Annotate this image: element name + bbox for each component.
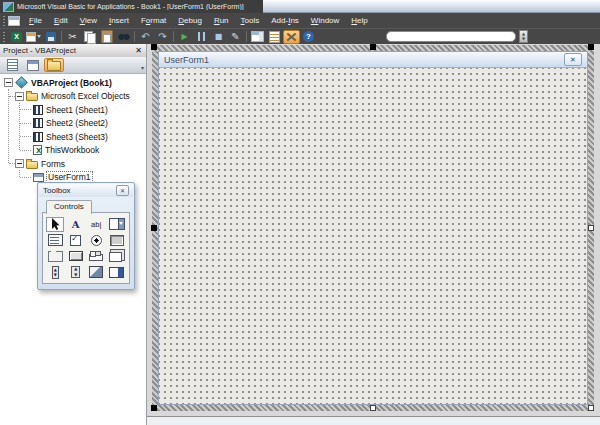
break-icon [194, 30, 209, 43]
menu-item-view[interactable]: View [74, 14, 103, 27]
view-excel-button[interactable] [8, 30, 25, 44]
userform-design-surface[interactable] [159, 68, 587, 404]
tree-item-microsoft-excel-objects[interactable]: Microsoft Excel Objects [0, 90, 145, 103]
workbook-icon [33, 145, 42, 155]
reset-icon [211, 30, 226, 43]
insert-userform-icon [26, 30, 41, 43]
listbox-tool-button[interactable] [46, 233, 64, 248]
resize-handle-top-left[interactable] [151, 44, 157, 50]
spinbutton-tool-icon: ▲▼ [71, 266, 80, 278]
menu-item-edit[interactable]: Edit [48, 14, 74, 27]
run-button[interactable] [176, 30, 193, 44]
multipage-tool-button[interactable] [108, 249, 126, 264]
resize-handle-top-right[interactable] [588, 44, 594, 50]
toolbar-combo[interactable] [386, 31, 516, 42]
userform-close-button[interactable] [564, 53, 582, 66]
view-object-button[interactable] [23, 58, 43, 72]
toggle-folders-button[interactable] [44, 58, 64, 72]
panel-options-icon[interactable] [141, 56, 144, 74]
undo-icon [138, 30, 153, 43]
combobox-tool-button[interactable] [108, 217, 126, 232]
menu-item-help[interactable]: Help [345, 14, 373, 27]
tree-expander-minus[interactable] [4, 78, 13, 87]
cut-button[interactable] [64, 30, 81, 44]
menu-item-insert[interactable]: Insert [103, 14, 135, 27]
tree-item-sheet3-sheet3[interactable]: Sheet3 (Sheet3) [0, 130, 145, 143]
refedit-tool-icon [109, 267, 124, 278]
tree-item-vbaproject-book1[interactable]: VBAProject (Book1) [0, 76, 145, 89]
mdi-child-icon[interactable] [8, 16, 20, 26]
toolbar-grip[interactable] [3, 32, 5, 42]
scrollbar-tool-icon: ▲▼ [52, 266, 59, 279]
tree-item-label: VBAProject (Book1) [31, 78, 112, 88]
properties-window-button[interactable] [266, 30, 283, 44]
resize-handle-bottom-right[interactable] [588, 405, 594, 411]
tabstrip-tool-button[interactable] [87, 249, 105, 264]
redo-button[interactable] [154, 30, 171, 44]
resize-handle-bottom-center[interactable] [370, 405, 376, 411]
undo-button[interactable] [137, 30, 154, 44]
menu-item-tools[interactable]: Tools [235, 14, 266, 27]
resize-handle-middle-right[interactable] [588, 225, 594, 231]
menu-item-run[interactable]: Run [208, 14, 235, 27]
image-tool-button[interactable] [87, 265, 105, 280]
tree-item-thisworkbook[interactable]: ThisWorkbook [0, 144, 145, 157]
project-panel-header[interactable]: Project - VBAProject [0, 44, 146, 58]
project-explorer-button[interactable] [249, 30, 266, 44]
design-mode-button[interactable] [227, 30, 244, 44]
menu-item-add-ins[interactable]: Add-Ins [265, 14, 305, 27]
select-objects-tool-button[interactable] [46, 217, 64, 232]
reset-button[interactable] [210, 30, 227, 44]
toolbox-tab-controls[interactable]: Controls [46, 200, 92, 214]
tree-expander-minus[interactable] [15, 92, 24, 101]
resize-handle-middle-left[interactable] [151, 225, 157, 231]
folder-open-icon [26, 93, 38, 101]
view-code-button[interactable] [2, 58, 22, 72]
tree-item-sheet1-sheet1[interactable]: Sheet1 (Sheet1) [0, 103, 145, 116]
copy-icon [82, 30, 97, 43]
resize-handle-top-center[interactable] [370, 44, 376, 50]
toolbox-titlebar[interactable]: Toolbox [39, 184, 133, 197]
paste-button[interactable] [98, 30, 115, 44]
project-panel-close-button[interactable] [134, 46, 143, 56]
menu-item-debug[interactable]: Debug [172, 14, 208, 27]
copy-button[interactable] [81, 30, 98, 44]
combo-scroll-button[interactable]: ▲▼ [519, 30, 528, 43]
redo-icon [155, 30, 170, 43]
spinbutton-tool-button[interactable]: ▲▼ [67, 265, 85, 280]
insert-userform-button[interactable] [25, 30, 42, 44]
scrollbar-tool-button[interactable]: ▲▼ [46, 265, 64, 280]
menu-grip[interactable] [3, 16, 5, 26]
toolbox-button[interactable] [283, 30, 300, 44]
project-icon [15, 76, 28, 89]
frame-tool-button[interactable] [46, 249, 64, 264]
commandbutton-tool-button[interactable] [67, 249, 85, 264]
refedit-tool-button[interactable] [108, 265, 126, 280]
toolbox-icon [284, 30, 299, 43]
commandbutton-tool-icon [69, 251, 83, 261]
find-button[interactable] [115, 30, 132, 44]
save-button[interactable] [42, 30, 59, 44]
menu-item-window[interactable]: Window [305, 14, 345, 27]
help-icon [301, 30, 316, 43]
optionbutton-tool-button[interactable] [87, 233, 105, 248]
toolbox-close-button[interactable] [116, 185, 129, 196]
tree-item-label: Forms [41, 159, 65, 169]
tree-item-forms[interactable]: Forms [0, 157, 145, 170]
resize-handle-bottom-left[interactable] [151, 405, 157, 411]
help-button[interactable] [300, 30, 317, 44]
folder-icon [26, 161, 38, 169]
checkbox-tool-button[interactable] [67, 233, 85, 248]
label-tool-button[interactable] [67, 217, 85, 232]
menu-item-format[interactable]: Format [135, 14, 172, 27]
userform-titlebar[interactable]: UserForm1 [159, 52, 587, 68]
break-button[interactable] [193, 30, 210, 44]
textbox-tool-button[interactable] [87, 217, 105, 232]
form-selection-border[interactable]: UserForm1 [152, 45, 594, 411]
menu-item-file[interactable]: File [23, 14, 48, 27]
select-objects-tool-icon [51, 218, 60, 230]
tree-item-sheet2-sheet2[interactable]: Sheet2 (Sheet2) [0, 117, 145, 130]
togglebutton-tool-button[interactable] [108, 233, 126, 248]
cut-icon [65, 30, 80, 43]
tree-expander-minus[interactable] [15, 159, 24, 168]
